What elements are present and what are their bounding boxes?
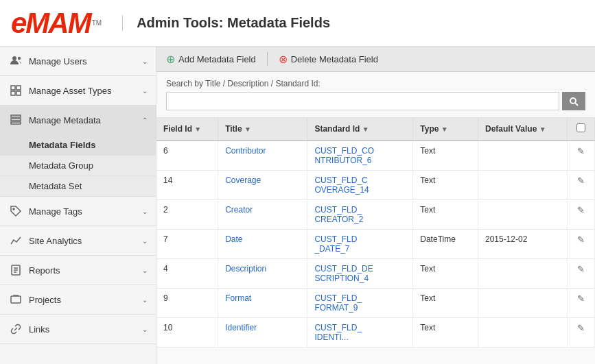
logo-text: eMAM xyxy=(11,9,91,38)
cell-field-id: 7 xyxy=(156,230,218,259)
cell-default-value xyxy=(478,200,567,230)
sidebar-item-links-label: Links xyxy=(29,324,142,335)
svg-point-1 xyxy=(18,57,21,60)
table-row: 14 Coverage CUST_FLD_COVERAGE_14 Text ✎ xyxy=(156,171,595,200)
chevron-icon: ⌄ xyxy=(142,326,148,333)
links-icon xyxy=(8,321,23,337)
sidebar-item-manage-metadata-label: Manage Metadata xyxy=(29,115,142,125)
cell-default-value xyxy=(478,259,567,289)
edit-icon[interactable]: ✎ xyxy=(577,293,585,304)
sidebar-item-manage-users-label: Manage Users xyxy=(29,56,142,66)
sidebar-item-reports-label: Reports xyxy=(29,265,142,276)
table-row: 2 Creator CUST_FLD_CREATOR_2 Text ✎ xyxy=(156,200,595,230)
sidebar-item-manage-asset-types[interactable]: Manage Asset Types ⌄ xyxy=(0,76,156,106)
tags-icon xyxy=(8,204,23,219)
cell-type: Text xyxy=(413,318,478,348)
cell-standard-id: CUST_FLD_CREATOR_2 xyxy=(307,200,413,230)
asset-types-icon xyxy=(8,83,23,98)
cell-title: Format xyxy=(218,289,307,318)
svg-rect-2 xyxy=(11,86,15,90)
cell-action: ✎ xyxy=(567,259,594,289)
sidebar-item-projects[interactable]: Projects ⌄ xyxy=(0,285,156,315)
toolbar-separator xyxy=(267,52,268,66)
cell-field-id: 10 xyxy=(156,318,218,348)
sidebar-sub-item-metadata-group[interactable]: Metadata Group xyxy=(0,156,156,176)
cell-title: Description xyxy=(218,259,307,289)
cell-standard-id: CUST_FLD_COVERAGE_14 xyxy=(307,171,413,200)
cell-default-value xyxy=(478,171,567,200)
col-select-all[interactable] xyxy=(567,118,594,141)
cell-title: Identifier xyxy=(218,318,307,348)
table-row: 7 Date CUST_FLD_DATE_7 DateTime 2015-12-… xyxy=(156,230,595,259)
cell-title: Coverage xyxy=(218,171,307,200)
sidebar-item-site-analytics[interactable]: Site Analytics ⌄ xyxy=(0,226,156,256)
edit-icon[interactable]: ✎ xyxy=(577,146,585,156)
sort-icon: ▼ xyxy=(194,125,201,133)
col-field-id[interactable]: Field Id ▼ xyxy=(156,118,218,141)
search-button[interactable] xyxy=(562,92,585,110)
edit-icon[interactable]: ✎ xyxy=(577,264,585,274)
cell-type: Text xyxy=(413,200,478,230)
reports-icon xyxy=(8,263,23,278)
cell-standard-id: CUST_FLD_DESCRIPTION_4 xyxy=(307,259,413,289)
svg-rect-8 xyxy=(11,122,21,124)
delete-metadata-field-button[interactable]: ⊗ Delete Metadata Field xyxy=(279,53,378,66)
chevron-icon: ⌄ xyxy=(142,208,148,215)
projects-icon xyxy=(8,292,23,307)
logo-tm: TM xyxy=(92,19,102,27)
table-row: 10 Identifier CUST_FLD_IDENTI... Text ✎ xyxy=(156,318,595,348)
cell-action: ✎ xyxy=(567,141,594,171)
svg-rect-7 xyxy=(11,119,21,121)
col-default-value[interactable]: Default Value ▼ xyxy=(478,118,567,141)
col-title[interactable]: Title ▼ xyxy=(218,118,307,141)
cell-type: Text xyxy=(413,171,478,200)
sidebar-item-projects-label: Projects xyxy=(29,295,142,305)
col-standard-id[interactable]: Standard Id ▼ xyxy=(307,118,413,141)
edit-icon[interactable]: ✎ xyxy=(577,205,585,215)
sidebar-item-manage-metadata[interactable]: Manage Metadata ⌃ xyxy=(0,106,156,135)
cell-standard-id: CUST_FLD_CONTRIBUTOR_6 xyxy=(307,141,413,171)
chevron-icon: ⌄ xyxy=(142,87,148,95)
add-metadata-field-button[interactable]: ⊕ Add Metadata Field xyxy=(166,53,256,66)
cell-action: ✎ xyxy=(567,318,594,348)
main-layout: Manage Users ⌄ Manage Asset Types ⌄ Mana… xyxy=(0,47,595,364)
cell-type: Text xyxy=(413,289,478,318)
col-type[interactable]: Type ▼ xyxy=(413,118,478,141)
chevron-icon: ⌄ xyxy=(142,237,148,245)
sidebar-item-manage-users[interactable]: Manage Users ⌄ xyxy=(0,47,156,76)
cell-action: ✎ xyxy=(567,289,594,318)
svg-rect-6 xyxy=(11,115,21,117)
chevron-icon: ⌃ xyxy=(142,117,148,124)
sidebar-item-links[interactable]: Links ⌄ xyxy=(0,315,156,344)
sort-icon: ▼ xyxy=(441,125,448,133)
edit-icon[interactable]: ✎ xyxy=(577,175,585,186)
cell-field-id: 6 xyxy=(156,141,218,171)
sidebar: Manage Users ⌄ Manage Asset Types ⌄ Mana… xyxy=(0,47,156,364)
title-prefix: Admin Tools: xyxy=(137,15,227,30)
sidebar-item-manage-tags[interactable]: Manage Tags ⌄ xyxy=(0,197,156,226)
cell-default-value xyxy=(478,318,567,348)
sidebar-item-reports[interactable]: Reports ⌄ xyxy=(0,256,156,285)
users-icon xyxy=(8,53,23,69)
metadata-fields-table: Field Id ▼ Title ▼ Standard Id ▼ Type ▼ … xyxy=(156,118,595,348)
svg-rect-14 xyxy=(11,296,21,303)
cell-field-id: 14 xyxy=(156,171,218,200)
svg-point-15 xyxy=(570,98,576,104)
cell-type: DateTime xyxy=(413,230,478,259)
logo: eMAMTM xyxy=(11,9,102,38)
sort-icon: ▼ xyxy=(362,125,369,133)
cell-action: ✎ xyxy=(567,171,594,200)
select-all-checkbox[interactable] xyxy=(576,123,585,132)
sidebar-item-site-analytics-label: Site Analytics xyxy=(29,236,142,246)
sidebar-sub-item-metadata-fields[interactable]: Metadata Fields xyxy=(0,135,156,156)
edit-icon[interactable]: ✎ xyxy=(577,323,585,333)
page-title: Admin Tools: Metadata Fields xyxy=(122,15,330,31)
cell-field-id: 4 xyxy=(156,259,218,289)
svg-rect-5 xyxy=(16,91,21,95)
search-input[interactable] xyxy=(166,92,559,110)
svg-rect-4 xyxy=(11,91,15,95)
edit-icon[interactable]: ✎ xyxy=(577,234,585,245)
sidebar-sub-item-metadata-set[interactable]: Metadata Set xyxy=(0,176,156,197)
cell-type: Text xyxy=(413,141,478,171)
cell-default-value xyxy=(478,289,567,318)
